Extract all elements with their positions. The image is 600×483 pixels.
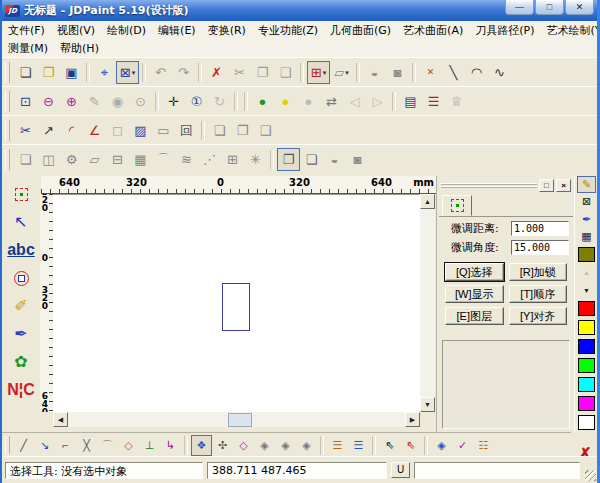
show-w-button[interactable]: [W]显示 xyxy=(445,285,504,303)
scroll-left-button[interactable]: ◀ xyxy=(53,412,68,427)
menu-pro-functions[interactable]: 专业功能(Z) xyxy=(252,22,324,39)
render-crown-button[interactable]: ♕ xyxy=(445,90,468,113)
undo-button[interactable]: ↶ xyxy=(149,61,172,84)
layer-table-button[interactable]: ☰ xyxy=(422,90,445,113)
emboss-tool-button[interactable]: ✿ xyxy=(6,348,36,376)
transform-mode-button[interactable]: ⊞▾ xyxy=(307,61,330,84)
title-bar[interactable]: JD 无标题 - JDPaint 5.19(设计版) — □ ✕ xyxy=(2,0,597,21)
dome-relief-b-button[interactable]: ◙ xyxy=(346,148,369,171)
menu-draw[interactable]: 绘制(D) xyxy=(101,22,152,39)
snap-quadrant-button[interactable]: ◇ xyxy=(118,435,139,456)
vertical-scrollbar[interactable]: ▲ ▼ xyxy=(420,194,435,412)
nudge-angle-input[interactable] xyxy=(511,240,569,255)
copy-offset-1-button[interactable]: ❏ xyxy=(208,119,231,142)
horizontal-scrollbar[interactable]: ◀ ▶ xyxy=(53,412,420,427)
snap-endpoint-button[interactable]: ╱ xyxy=(13,435,34,456)
swatch-green[interactable] xyxy=(578,358,595,373)
draw-color-pencil-button[interactable]: ✎ xyxy=(577,176,596,193)
order-t-button[interactable]: [T]顺序 xyxy=(509,285,568,303)
snap-axis-button[interactable]: ✣ xyxy=(212,435,233,456)
offset-curve-button[interactable]: ▨ xyxy=(129,119,152,142)
menu-help[interactable]: 帮助(H) xyxy=(54,40,105,57)
center-align-button[interactable]: ✳ xyxy=(244,148,267,171)
redo-button[interactable]: ↷ xyxy=(172,61,195,84)
zoom-window-button[interactable]: ⊡ xyxy=(14,90,37,113)
nudge-crosshair-button[interactable]: ⌖ xyxy=(93,61,116,84)
menu-measure[interactable]: 测量(M) xyxy=(2,40,54,57)
zoom-actual-button[interactable]: ① xyxy=(185,90,208,113)
align-y-button[interactable]: [Y]对齐 xyxy=(509,307,568,325)
snap-face-1-button[interactable]: ◈ xyxy=(254,435,275,456)
swatch-blue[interactable] xyxy=(578,339,595,354)
swatch-yellow[interactable] xyxy=(578,320,595,335)
outline-slot-button[interactable]: ▭ xyxy=(152,119,175,142)
warp-text-button[interactable]: ≋ xyxy=(175,148,198,171)
snap-midpoint-button[interactable]: ⌐ xyxy=(55,435,76,456)
fit-arc-button[interactable]: ⌒ xyxy=(152,148,175,171)
snap-face-3-button[interactable]: ◈ xyxy=(296,435,317,456)
palette-scroll-down-button[interactable]: ▼ xyxy=(577,282,596,299)
shape-tool-button[interactable] xyxy=(6,264,36,292)
swatch-white[interactable] xyxy=(578,415,595,430)
no-fill-button[interactable]: ⊠ xyxy=(577,193,596,210)
layer-e-button[interactable]: [E]图层 xyxy=(445,307,504,325)
edit-palette-button[interactable]: ▦ xyxy=(577,228,596,245)
palette-scroll-up-button[interactable]: ▲ xyxy=(577,264,596,281)
lamp-off-button[interactable]: ● xyxy=(274,90,297,113)
next-state-button[interactable]: ▷ xyxy=(366,90,389,113)
snap-foot-button[interactable]: ↘ xyxy=(34,435,55,456)
menu-edit[interactable]: 编辑(E) xyxy=(152,22,202,39)
snap-face-2-button[interactable]: ◈ xyxy=(275,435,296,456)
redraw-button[interactable]: ↻ xyxy=(208,90,231,113)
select-q-button[interactable]: [Q]选择 xyxy=(445,263,504,281)
relief-dome-a-button[interactable]: ◒ xyxy=(363,61,386,84)
dome-relief-a-button[interactable]: ◒ xyxy=(323,148,346,171)
copy-button[interactable]: ❐ xyxy=(251,61,274,84)
menu-art-surface[interactable]: 艺术曲面(A) xyxy=(397,22,469,39)
draw-curve-button[interactable]: ∿ xyxy=(488,61,511,84)
prev-state-button[interactable]: ◁ xyxy=(343,90,366,113)
menu-art-draw[interactable]: 艺术绘制(Y) xyxy=(540,22,600,39)
view-style-button[interactable]: ✎ xyxy=(83,90,106,113)
hide-object-button[interactable]: ◉ xyxy=(106,90,129,113)
lock-r-button[interactable]: [R]加锁 xyxy=(509,263,568,281)
menu-file[interactable]: 文件(F) xyxy=(2,22,51,39)
drawing-canvas[interactable] xyxy=(53,194,420,412)
pick-box-button[interactable]: ⊠▾ xyxy=(116,61,139,84)
surface-mode-dropdown[interactable]: ▾ xyxy=(345,69,349,77)
cut-button[interactable]: ✂ xyxy=(228,61,251,84)
surface-mode-button[interactable]: ▱▾ xyxy=(330,61,353,84)
close-curve-button[interactable]: ◻ xyxy=(106,119,129,142)
menu-toolpath[interactable]: 刀具路径(P) xyxy=(469,22,540,39)
delete-button[interactable]: ✗ xyxy=(205,61,228,84)
relief-dome-b-button[interactable]: ◙ xyxy=(386,61,409,84)
array-button[interactable]: ▦ xyxy=(129,148,152,171)
pick-box-dropdown[interactable]: ▾ xyxy=(132,69,136,77)
minimize-button[interactable]: — xyxy=(505,0,534,15)
paste-button[interactable]: ❑ xyxy=(274,61,297,84)
fillet-corner-button[interactable]: ◜ xyxy=(60,119,83,142)
ungroup-button[interactable]: ❏ xyxy=(300,148,323,171)
new-file-button[interactable]: ❏ xyxy=(14,61,37,84)
view-selected-button[interactable]: ⊙ xyxy=(129,90,152,113)
close-button[interactable]: ✕ xyxy=(565,0,594,15)
panel-grip[interactable] xyxy=(441,183,537,188)
scale-button[interactable]: ⊟ xyxy=(106,148,129,171)
save-file-button[interactable]: ▣ xyxy=(60,61,83,84)
cursor-pick-button[interactable]: ⇖ xyxy=(379,435,400,456)
swap-state-button[interactable]: ⇄ xyxy=(320,90,343,113)
zoom-in-button[interactable]: ⊕ xyxy=(60,90,83,113)
move-copy-button[interactable]: ❏ xyxy=(14,148,37,171)
menu-transform[interactable]: 变换(R) xyxy=(202,22,252,39)
color-picker-button[interactable]: ✒ xyxy=(577,211,596,228)
snap-nearest-button[interactable]: ↳ xyxy=(160,435,181,456)
erase-point-button[interactable]: ✕ xyxy=(419,61,442,84)
cursor-delete-button[interactable]: ⇖ xyxy=(400,435,421,456)
mirror-button[interactable]: ◫ xyxy=(37,148,60,171)
open-folder-button[interactable]: ❐ xyxy=(37,61,60,84)
node-edit-tool-button[interactable]: ↖ xyxy=(6,208,36,236)
pick-plane-arrow-button[interactable]: ☰ xyxy=(348,435,369,456)
prop-list-button[interactable]: ☷ xyxy=(473,435,494,456)
shear-button[interactable]: ▱ xyxy=(83,148,106,171)
lamp-on-button[interactable]: ● xyxy=(251,90,274,113)
